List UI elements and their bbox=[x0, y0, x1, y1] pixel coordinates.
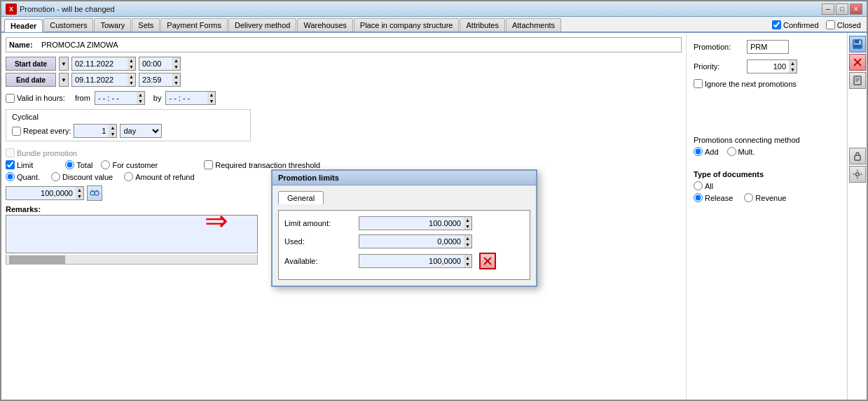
priority-input-group: ▲ ▼ bbox=[747, 59, 797, 73]
add-radio[interactable] bbox=[694, 147, 703, 156]
confirmed-checkbox-label[interactable]: Confirmed bbox=[772, 20, 819, 29]
total-radio-label[interactable]: Total bbox=[65, 160, 92, 169]
repeat-value-input[interactable] bbox=[74, 124, 109, 138]
from-time-input[interactable] bbox=[95, 91, 137, 105]
revenue-radio[interactable] bbox=[744, 193, 753, 202]
book-sidebar-button[interactable] bbox=[849, 72, 866, 89]
limit-amount-spinner[interactable]: ▲ ▼ bbox=[464, 216, 472, 230]
tab-attachments[interactable]: Attachments bbox=[506, 18, 561, 31]
start-time-spin-down[interactable]: ▼ bbox=[172, 64, 180, 70]
start-date-spin-down[interactable]: ▼ bbox=[128, 64, 135, 70]
tab-warehouses[interactable]: Warehouses bbox=[297, 18, 352, 31]
mult-radio-label[interactable]: Mult. bbox=[727, 147, 755, 156]
closed-checkbox-label[interactable]: Closed bbox=[826, 20, 861, 29]
end-time-spin-up[interactable]: ▲ bbox=[172, 73, 180, 80]
total-radio[interactable] bbox=[65, 160, 74, 169]
for-customer-radio-label[interactable]: For customer bbox=[101, 160, 158, 169]
minimize-button[interactable]: ─ bbox=[822, 3, 834, 15]
revenue-radio-label[interactable]: Revenue bbox=[744, 193, 786, 202]
available-input[interactable] bbox=[359, 254, 464, 268]
tab-payment-forms[interactable]: Payment Forms bbox=[160, 18, 228, 31]
bundle-checkbox bbox=[6, 148, 15, 157]
end-date-spinner[interactable]: ▲ ▼ bbox=[128, 73, 136, 87]
end-time-spinner[interactable]: ▲ ▼ bbox=[172, 73, 181, 87]
from-time-spinner[interactable]: ▲ ▼ bbox=[137, 91, 145, 105]
mult-radio[interactable] bbox=[727, 147, 736, 156]
closed-checkbox[interactable] bbox=[826, 20, 835, 29]
lock-sidebar-button[interactable] bbox=[849, 148, 866, 164]
limit-amount-input[interactable] bbox=[359, 216, 464, 230]
tab-sets[interactable]: Sets bbox=[132, 18, 160, 31]
used-spinner[interactable]: ▲ ▼ bbox=[464, 234, 472, 248]
tab-place-in-company[interactable]: Place in company structure bbox=[354, 18, 460, 31]
type-docs-options: All Release Revenue bbox=[694, 181, 840, 202]
priority-input[interactable] bbox=[747, 59, 789, 73]
link-button[interactable] bbox=[87, 185, 102, 201]
all-radio-label[interactable]: All bbox=[694, 181, 713, 190]
repeat-checkbox-label[interactable]: Repeat every: bbox=[12, 127, 71, 136]
tab-customers[interactable]: Customers bbox=[43, 18, 93, 31]
amount-input[interactable] bbox=[6, 186, 76, 200]
confirmed-checkbox[interactable] bbox=[772, 20, 781, 29]
bundle-label[interactable]: Bundle promotion bbox=[6, 148, 77, 157]
repeat-checkbox[interactable] bbox=[12, 127, 21, 136]
by-time-spinner[interactable]: ▲ ▼ bbox=[207, 91, 216, 105]
required-threshold-checkbox[interactable] bbox=[204, 160, 213, 169]
available-spinner[interactable]: ▲ ▼ bbox=[464, 254, 472, 268]
all-radio[interactable] bbox=[694, 181, 703, 190]
end-date-arrow[interactable]: ▼ bbox=[59, 73, 69, 87]
restore-button[interactable]: □ bbox=[836, 3, 848, 15]
popup-close-button[interactable] bbox=[479, 253, 496, 269]
promotion-input[interactable] bbox=[747, 40, 789, 54]
tab-header[interactable]: Header bbox=[4, 19, 43, 32]
start-date-input[interactable] bbox=[71, 57, 128, 71]
limit-checkbox[interactable] bbox=[6, 160, 15, 169]
start-date-spinner[interactable]: ▲ ▼ bbox=[128, 57, 136, 71]
add-radio-label[interactable]: Add bbox=[694, 147, 719, 156]
for-customer-radio[interactable] bbox=[101, 160, 110, 169]
required-threshold-label[interactable]: Required transaction threshold bbox=[204, 160, 320, 169]
end-time-spin-down[interactable]: ▼ bbox=[172, 80, 180, 86]
quant-radio[interactable] bbox=[6, 172, 15, 181]
settings-sidebar-button[interactable] bbox=[849, 166, 866, 183]
end-date-spin-up[interactable]: ▲ bbox=[128, 73, 135, 80]
popup-tab-general[interactable]: General bbox=[278, 191, 324, 204]
discount-value-label[interactable]: Discount value bbox=[51, 172, 113, 181]
end-time-input[interactable] bbox=[139, 73, 172, 87]
name-input[interactable] bbox=[41, 41, 678, 49]
discount-value-radio[interactable] bbox=[51, 172, 60, 181]
valid-hours-checkbox[interactable] bbox=[6, 94, 15, 103]
cancel-sidebar-button[interactable] bbox=[849, 54, 866, 71]
limit-checkbox-label[interactable]: Limit bbox=[6, 160, 33, 169]
tab-attributes[interactable]: Attributes bbox=[460, 18, 504, 31]
svg-point-2 bbox=[91, 190, 93, 192]
save-sidebar-button[interactable] bbox=[849, 36, 866, 52]
start-date-spin-up[interactable]: ▲ bbox=[128, 57, 135, 64]
quant-radio-label[interactable]: Quant. bbox=[6, 172, 40, 181]
used-input[interactable] bbox=[359, 234, 464, 248]
amount-refund-radio[interactable] bbox=[124, 172, 133, 181]
amount-spinner[interactable]: ▲ ▼ bbox=[76, 186, 84, 200]
amount-refund-label[interactable]: Amount of refund bbox=[124, 172, 194, 181]
start-date-button[interactable]: Start date bbox=[6, 57, 56, 71]
repeat-unit-select[interactable]: day week month bbox=[120, 124, 162, 138]
start-time-input[interactable] bbox=[139, 57, 172, 71]
repeat-spinner[interactable]: ▲ ▼ bbox=[109, 124, 117, 138]
start-time-spinner[interactable]: ▲ ▼ bbox=[172, 57, 181, 71]
priority-spinner[interactable]: ▲ ▼ bbox=[789, 59, 797, 73]
tab-delivery-method[interactable]: Delivery method bbox=[228, 18, 296, 31]
valid-hours-label[interactable]: Valid in hours: bbox=[6, 94, 65, 103]
ignore-promotions-label[interactable]: Ignore the next promotions bbox=[694, 79, 840, 88]
by-time-input[interactable] bbox=[165, 91, 207, 105]
end-date-button[interactable]: End date bbox=[6, 73, 56, 87]
end-date-input[interactable] bbox=[71, 73, 128, 87]
release-radio-label[interactable]: Release bbox=[694, 193, 733, 202]
end-date-spin-down[interactable]: ▼ bbox=[128, 80, 135, 86]
tab-towary[interactable]: Towary bbox=[94, 18, 131, 31]
close-button[interactable]: ✕ bbox=[850, 3, 862, 15]
start-date-arrow[interactable]: ▼ bbox=[59, 57, 69, 71]
release-radio[interactable] bbox=[694, 193, 703, 202]
start-time-spin-up[interactable]: ▲ bbox=[172, 57, 180, 64]
start-time-input-group: ▲ ▼ bbox=[139, 57, 181, 71]
ignore-promotions-checkbox[interactable] bbox=[694, 79, 703, 88]
